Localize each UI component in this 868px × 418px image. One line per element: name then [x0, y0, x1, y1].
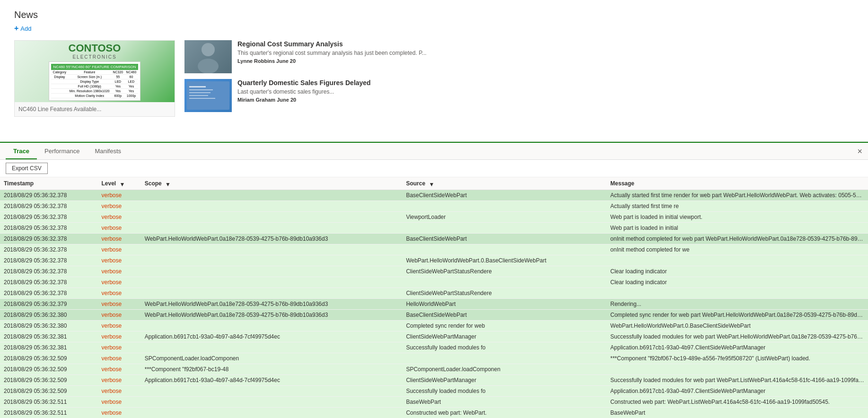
tab-performance[interactable]: Performance [37, 144, 87, 159]
table-cell-11-4: Completed sync render for web part WebPa… [606, 310, 868, 321]
table-cell-3-2 [141, 223, 403, 234]
table-cell-3-0: 2018/08/29 05:36:32.378 [0, 223, 98, 234]
table-cell-11-2: WebPart.HelloWorldWebPart.0a18e728-0539-… [141, 310, 403, 321]
table-cell-4-3: BaseClientSideWebPart [402, 234, 606, 244]
brand-sub: ELECTRONICS [49, 54, 140, 60]
table-cell-6-0: 2018/08/29 05:36:32.378 [0, 255, 98, 266]
debug-toolbar: Export CSV [0, 160, 868, 177]
table-cell-17-2: Application.b6917cb1-93a0-4b97-a84d-7cf4… [141, 375, 403, 386]
svg-rect-3 [189, 86, 206, 87]
svg-rect-5 [189, 92, 210, 93]
trace-table-container[interactable]: Timestamp Level ▼ Scope ▼ Source ▼ [0, 177, 868, 418]
source-filter-icon[interactable]: ▼ [429, 181, 434, 187]
table-cell-5-2 [141, 244, 403, 255]
news-item-1[interactable]: Regional Cost Summary Analysis This quar… [184, 40, 854, 73]
table-cell-14-1: verbose [98, 342, 141, 353]
feature-table: NC460 55"/NC460 60" FEATURE COMPARISON C… [49, 61, 140, 101]
news-card-image: CONTOSO ELECTRONICS NC460 55"/NC460 60" … [15, 41, 175, 102]
brand-name: CONTOSO [49, 42, 140, 54]
table-cell-17-4: Successfully loaded modules for web part… [606, 375, 868, 386]
table-cell-3-4: Web part is loaded in initial [606, 223, 868, 234]
table-cell-1-2 [141, 201, 403, 212]
add-button[interactable]: + Add [14, 24, 854, 33]
table-cell-6-3: WebPart.HelloWorldWebPart.0.BaseClientSi… [402, 255, 606, 266]
close-button[interactable]: × [857, 147, 862, 156]
news-summary-2: Last quarter's domestic sales figures... [237, 88, 371, 95]
table-cell-5-0: 2018/08/29 05:36:32.378 [0, 244, 98, 255]
table-cell-12-4: WebPart.HelloWorldWebPart.0.BaseClientSi… [606, 321, 868, 331]
table-cell-13-1: verbose [98, 331, 141, 342]
table-cell-15-3 [402, 353, 606, 364]
table-cell-16-3: SPComponentLoader.loadComponen [402, 364, 606, 375]
table-cell-10-2: WebPart.HelloWorldWebPart.0a18e728-0539-… [141, 299, 403, 310]
news-content-2: Quarterly Domestic Sales Figures Delayed… [237, 79, 371, 103]
table-cell-20-1: verbose [98, 408, 141, 418]
table-cell-0-4: Actually started first time render for w… [606, 190, 868, 201]
news-summary-1: This quarter's regional cost summary ana… [237, 50, 427, 56]
table-cell-0-3: BaseClientSideWebPart [402, 190, 606, 201]
table-cell-4-1: verbose [98, 234, 141, 244]
scope-filter-icon[interactable]: ▼ [165, 181, 171, 187]
table-cell-2-4: Web part is loaded in initial viewport. [606, 212, 868, 223]
news-grid: CONTOSO ELECTRONICS NC460 55"/NC460 60" … [14, 40, 854, 117]
table-cell-11-1: verbose [98, 310, 141, 321]
news-title-1: Regional Cost Summary Analysis [237, 40, 427, 48]
table-cell-14-3: Successfully loaded modules fo [402, 342, 606, 353]
table-cell-2-3: ViewportLoader [402, 212, 606, 223]
table-cell-5-4: onInit method completed for we [606, 244, 868, 255]
table-header: NC460 55"/NC460 60" FEATURE COMPARISON [51, 64, 138, 70]
table-cell-19-2 [141, 397, 403, 408]
table-cell-10-3: HelloWorldWebPart [402, 299, 606, 310]
table-cell-8-0: 2018/08/29 05:36:32.378 [0, 277, 98, 288]
news-author-1: Lynne Robbins [237, 58, 275, 64]
table-cell-13-4: Successfully loaded modules for web part… [606, 331, 868, 342]
table-row: 2018/08/29 05:36:32.511verboseBaseWebPar… [0, 397, 868, 408]
table-cell-9-2 [141, 288, 403, 299]
table-cell-7-4: Clear loading indicator [606, 266, 868, 277]
table-cell-19-0: 2018/08/29 05:36:32.511 [0, 397, 98, 408]
table-cell-15-0: 2018/08/29 05:36:32.509 [0, 353, 98, 364]
page-title: News [14, 9, 854, 20]
col-level: Level ▼ [98, 177, 141, 190]
svg-rect-6 [189, 95, 208, 96]
table-cell-17-3: ClientSideWebPartManager [402, 375, 606, 386]
news-item-2[interactable]: Quarterly Domestic Sales Figures Delayed… [184, 79, 854, 112]
news-author-2: Miriam Graham [237, 97, 275, 103]
table-cell-10-0: 2018/08/29 05:36:32.379 [0, 299, 98, 310]
tab-manifests[interactable]: Manifests [87, 144, 129, 159]
table-row: 2018/08/29 05:36:32.379verboseWebPart.He… [0, 299, 868, 310]
news-thumb-1 [184, 40, 232, 73]
table-cell-10-4: Rendering... [606, 299, 868, 310]
table-row: 2018/08/29 05:36:32.509verboseApplicatio… [0, 375, 868, 386]
table-cell-18-2 [141, 386, 403, 397]
table-row: 2018/08/29 05:36:32.378verboseClientSide… [0, 288, 868, 299]
table-cell-8-1: verbose [98, 277, 141, 288]
table-cell-2-1: verbose [98, 212, 141, 223]
table-row: 2018/08/29 05:36:32.378verboseWebPart.He… [0, 255, 868, 266]
news-content-1: Regional Cost Summary Analysis This quar… [237, 40, 427, 64]
news-card-large[interactable]: CONTOSO ELECTRONICS NC460 55"/NC460 60" … [14, 40, 175, 117]
tab-trace[interactable]: Trace [6, 144, 37, 159]
table-row: 2018/08/29 05:36:32.378verboseClear load… [0, 277, 868, 288]
table-row: 2018/08/29 05:36:32.378verboseViewportLo… [0, 212, 868, 223]
table-cell-9-3: ClientSideWebPartStatusRendere [402, 288, 606, 299]
table-row: 2018/08/29 05:36:32.509verbose***Compone… [0, 364, 868, 375]
table-cell-19-1: verbose [98, 397, 141, 408]
col-scope: Scope ▼ [141, 177, 403, 190]
table-cell-15-4: ***Component "f92bf067-bc19-489e-a556-7f… [606, 353, 868, 364]
table-cell-0-0: 2018/08/29 05:36:32.378 [0, 190, 98, 201]
table-cell-8-3 [402, 277, 606, 288]
table-row: 2018/08/29 05:36:32.381verboseSuccessful… [0, 342, 868, 353]
news-thumb-2 [184, 79, 232, 112]
export-csv-button[interactable]: Export CSV [6, 163, 48, 174]
table-cell-1-1: verbose [98, 201, 141, 212]
table-cell-11-0: 2018/08/29 05:36:32.380 [0, 310, 98, 321]
table-cell-3-1: verbose [98, 223, 141, 234]
table-cell-19-4: Constructed web part: WebPart.ListWebPar… [606, 397, 868, 408]
news-image-2 [184, 79, 232, 112]
table-cell-12-3: Completed sync render for web [402, 321, 606, 331]
table-cell-10-1: verbose [98, 299, 141, 310]
table-row: 2018/08/29 05:36:32.378verboseonInit met… [0, 244, 868, 255]
table-cell-20-4: BaseWebPart [606, 408, 868, 418]
level-filter-icon[interactable]: ▼ [120, 181, 125, 187]
